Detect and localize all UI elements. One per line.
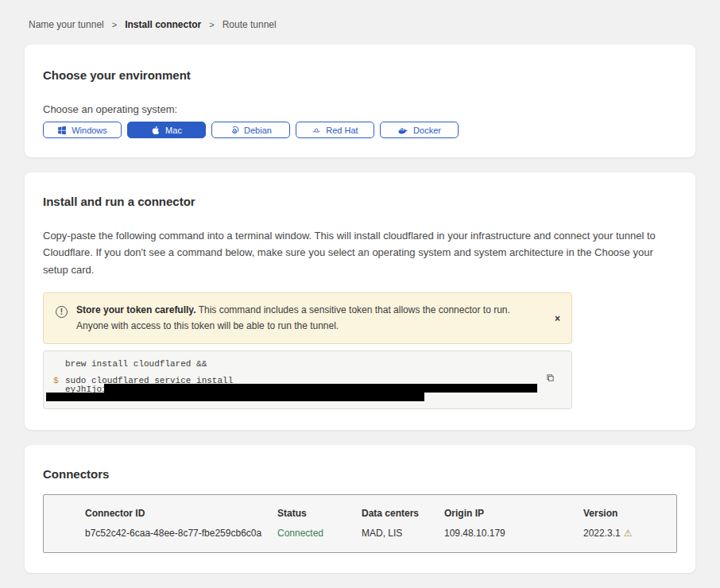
install-card: Install and run a connector Copy-paste t… [25, 172, 695, 430]
command-line-brew: brew install cloudflared && [65, 359, 207, 369]
alert-circle-icon: ! [56, 306, 68, 318]
redaction-bar [46, 393, 424, 401]
os-button-mac[interactable]: Mac [127, 122, 206, 138]
environment-card-title: Choose your environment [43, 68, 677, 82]
connectors-card-title: Connectors [43, 467, 677, 481]
breadcrumb: Name your tunnel > Install connector > R… [0, 0, 720, 30]
os-button-debian[interactable]: Debian [211, 122, 290, 138]
connectors-table-header: Connector ID Status Data centers Origin … [85, 508, 676, 519]
debian-icon [230, 126, 239, 135]
install-description: Copy-paste the following command into a … [43, 227, 677, 278]
os-button-label: Docker [413, 126, 441, 135]
warning-triangle-icon: ⚠ [624, 528, 633, 539]
token-warning-banner: ! Store your token carefully. This comma… [43, 292, 572, 343]
os-button-redhat[interactable]: Red Hat [296, 122, 374, 138]
shell-prompt: $ [53, 376, 59, 385]
col-version: Version [583, 508, 676, 519]
table-row: b7c52c42-6caa-48ee-8c77-fbe259cb6c0a Con… [85, 528, 676, 539]
origin-ip-value: 109.48.10.179 [444, 528, 583, 539]
connectors-card: Connectors Connector ID Status Data cent… [25, 445, 695, 573]
connector-id-value: b7c52c42-6caa-48ee-8c77-fbe259cb6c0a [85, 528, 277, 539]
windows-icon [57, 126, 67, 135]
token-warning-title: Store your token carefully. [76, 304, 196, 315]
breadcrumb-route-tunnel[interactable]: Route tunnel [223, 19, 277, 30]
status-badge: Connected [277, 528, 362, 539]
col-data-centers: Data centers [362, 508, 444, 519]
os-button-label: Debian [244, 126, 272, 135]
col-connector-id: Connector ID [85, 508, 277, 519]
copy-icon[interactable] [545, 373, 555, 385]
os-select-label: Choose an operating system: [43, 103, 677, 115]
close-icon[interactable]: × [555, 314, 560, 323]
data-centers-value: MAD, LIS [362, 528, 444, 539]
connectors-table: Connector ID Status Data centers Origin … [43, 494, 677, 553]
environment-card: Choose your environment Choose an operat… [25, 44, 695, 157]
version-value: 2022.3.1⚠ [583, 528, 676, 539]
redaction-bar [104, 384, 537, 393]
os-button-group: Windows Mac Debian Red Hat Docker [43, 122, 677, 138]
breadcrumb-separator: > [209, 20, 214, 29]
token-warning-text: Store your token carefully. This command… [76, 303, 531, 333]
breadcrumb-name-your-tunnel[interactable]: Name your tunnel [29, 19, 104, 30]
install-command-block: brew install cloudflared && $ sudo cloud… [43, 350, 572, 409]
col-status: Status [277, 508, 362, 519]
apple-icon [151, 125, 161, 135]
redhat-icon [312, 126, 321, 135]
os-button-windows[interactable]: Windows [43, 122, 122, 138]
breadcrumb-separator: > [112, 20, 117, 29]
col-origin-ip: Origin IP [444, 508, 583, 519]
os-button-label: Mac [165, 126, 182, 135]
install-card-title: Install and run a connector [43, 195, 677, 208]
os-button-label: Windows [72, 126, 107, 135]
breadcrumb-install-connector[interactable]: Install connector [125, 19, 201, 30]
os-button-label: Red Hat [326, 126, 358, 135]
docker-icon [397, 126, 408, 135]
os-button-docker[interactable]: Docker [380, 122, 459, 138]
